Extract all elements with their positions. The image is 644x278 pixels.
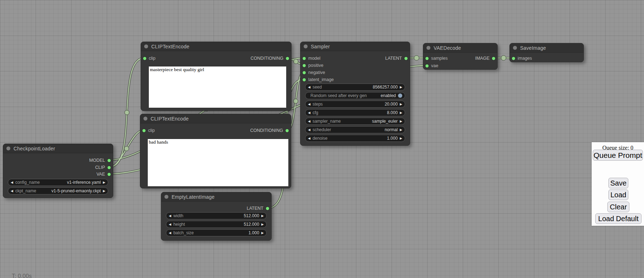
queue-prompt-button[interactable]: Queue Prompt: [593, 150, 643, 161]
widget-height[interactable]: ◀ height 512.000 ▶: [166, 221, 267, 228]
increment-arrow-icon[interactable]: ▶: [400, 137, 402, 140]
input-port-samples[interactable]: [425, 57, 429, 60]
node-title-bar[interactable]: Sampler: [300, 42, 410, 51]
node-title-bar[interactable]: CheckpointLoader: [3, 144, 113, 153]
input-port-model[interactable]: [303, 57, 306, 60]
collapse-dot-icon[interactable]: [513, 46, 517, 50]
increment-arrow-icon[interactable]: ▶: [261, 214, 264, 218]
widget-seed[interactable]: ◀ seed 8566257.000 ▶: [305, 84, 405, 91]
widget-value: sample_euler: [343, 119, 398, 124]
prompt-textarea[interactable]: masterpiece best quality girl: [148, 66, 287, 108]
node-title-bar[interactable]: CLIPTextEncode: [140, 114, 291, 123]
input-port-clip[interactable]: [142, 129, 146, 132]
widget-ckpt-name[interactable]: ◀ ckpt_name v1-5-pruned-emaonly.ckpt ▶: [8, 187, 108, 194]
widget-value: 8.000: [320, 110, 398, 115]
decrement-arrow-icon[interactable]: ◀: [169, 231, 171, 235]
output-port-latent[interactable]: [266, 207, 269, 210]
widget-sampler-name[interactable]: ◀ sampler_name sample_euler ▶: [305, 118, 405, 125]
decrement-arrow-icon[interactable]: ◀: [169, 223, 171, 226]
input-port-negative[interactable]: [303, 71, 306, 74]
collapse-dot-icon[interactable]: [164, 195, 168, 199]
collapse-dot-icon[interactable]: [143, 117, 147, 121]
output-port-conditioning[interactable]: [286, 129, 289, 132]
decrement-arrow-icon[interactable]: ◀: [308, 111, 310, 114]
output-port-model[interactable]: [108, 159, 111, 162]
widget-batch-size[interactable]: ◀ batch_size 1.000 ▶: [166, 229, 267, 236]
clear-button[interactable]: Clear: [607, 202, 629, 212]
increment-arrow-icon[interactable]: ▶: [103, 189, 105, 193]
widget-width[interactable]: ◀ width 512.000 ▶: [166, 212, 267, 219]
decrement-arrow-icon[interactable]: ◀: [11, 181, 13, 184]
decrement-arrow-icon[interactable]: ◀: [308, 86, 310, 89]
decrement-arrow-icon[interactable]: ◀: [11, 189, 13, 193]
increment-arrow-icon[interactable]: ▶: [103, 181, 105, 184]
widget-label: steps: [313, 102, 323, 107]
output-label: CONDITIONING: [250, 128, 283, 133]
node-title: CLIPTextEncode: [151, 116, 189, 122]
node-vae-decode[interactable]: VAEDecode samples IMAGE vae: [423, 43, 498, 70]
decrement-arrow-icon[interactable]: ◀: [308, 128, 310, 132]
prompt-textarea[interactable]: bad hands: [147, 139, 289, 187]
decrement-arrow-icon[interactable]: ◀: [308, 120, 310, 123]
increment-arrow-icon[interactable]: ▶: [400, 111, 402, 114]
input-port-vae[interactable]: [425, 64, 429, 68]
output-label: LATENT: [247, 206, 263, 211]
node-empty-latent-image[interactable]: EmptyLatentImage LATENT ◀ width 512.000 …: [161, 192, 272, 241]
output-label: VAE: [96, 172, 105, 177]
input-label: model: [308, 56, 320, 61]
graph-canvas[interactable]: CheckpointLoader MODEL CLIP VAE ◀ config…: [0, 0, 644, 278]
node-save-image[interactable]: SaveImage images: [509, 43, 584, 62]
save-button[interactable]: Save: [608, 178, 628, 188]
input-label: negative: [308, 70, 325, 75]
input-port-positive[interactable]: [303, 64, 306, 67]
node-title: EmptyLatentImage: [172, 194, 215, 200]
widget-scheduler[interactable]: ◀ scheduler normal ▶: [305, 126, 405, 133]
decrement-arrow-icon[interactable]: ◀: [308, 103, 310, 106]
output-port-latent[interactable]: [404, 57, 408, 60]
increment-arrow-icon[interactable]: ▶: [261, 231, 264, 235]
widget-denoise[interactable]: ◀ denoise 1.000 ▶: [305, 135, 405, 142]
output-port-clip[interactable]: [108, 166, 111, 169]
collapse-dot-icon[interactable]: [426, 46, 430, 50]
toggle-enabled-icon[interactable]: [398, 93, 402, 98]
widget-steps[interactable]: ◀ steps 20.000 ▶: [305, 101, 405, 108]
widget-value: 8566257.000: [324, 85, 398, 90]
increment-arrow-icon[interactable]: ▶: [261, 223, 264, 226]
widget-value: enabled: [369, 93, 396, 98]
node-title-bar[interactable]: EmptyLatentImage: [161, 192, 271, 202]
output-port-image[interactable]: [492, 57, 495, 60]
node-title-bar[interactable]: CLIPTextEncode: [141, 42, 291, 51]
node-sampler[interactable]: Sampler model LATENT positive negative l…: [300, 42, 410, 146]
decrement-arrow-icon[interactable]: ◀: [169, 214, 171, 218]
increment-arrow-icon[interactable]: ▶: [400, 128, 402, 132]
load-button[interactable]: Load: [608, 189, 628, 200]
widget-config-name[interactable]: ◀ config_name v1-inference.yaml ▶: [8, 179, 108, 186]
input-port-latent-image[interactable]: [303, 78, 306, 81]
decrement-arrow-icon[interactable]: ◀: [308, 137, 310, 140]
load-default-button[interactable]: Load Default: [595, 213, 642, 224]
widget-value: 1.000: [196, 230, 259, 235]
input-label: latent_image: [308, 77, 334, 82]
node-clip-text-encode-negative[interactable]: CLIPTextEncode clip CONDITIONING bad han…: [140, 114, 291, 188]
node-clip-text-encode-positive[interactable]: CLIPTextEncode clip CONDITIONING masterp…: [141, 42, 292, 111]
node-checkpoint-loader[interactable]: CheckpointLoader MODEL CLIP VAE ◀ config…: [3, 144, 113, 198]
collapse-dot-icon[interactable]: [6, 146, 10, 150]
output-label: IMAGE: [475, 56, 489, 61]
output-port-vae[interactable]: [108, 173, 111, 176]
increment-arrow-icon[interactable]: ▶: [400, 120, 402, 123]
input-port-clip[interactable]: [143, 57, 146, 60]
widget-random-seed-toggle[interactable]: Random seed after every gen enabled: [305, 92, 405, 99]
node-title-bar[interactable]: SaveImage: [510, 43, 583, 53]
input-label: clip: [148, 128, 155, 133]
collapse-dot-icon[interactable]: [304, 44, 308, 48]
collapse-dot-icon[interactable]: [144, 44, 148, 48]
widget-cfg[interactable]: ◀ cfg 8.000 ▶: [305, 109, 405, 116]
node-title: Sampler: [311, 44, 330, 49]
increment-arrow-icon[interactable]: ▶: [400, 103, 402, 106]
widget-value: 20.000: [325, 102, 398, 107]
input-port-images[interactable]: [512, 57, 515, 60]
node-title-bar[interactable]: VAEDecode: [423, 43, 497, 53]
widget-label: width: [173, 213, 183, 218]
increment-arrow-icon[interactable]: ▶: [400, 86, 402, 89]
output-port-conditioning[interactable]: [286, 57, 289, 60]
